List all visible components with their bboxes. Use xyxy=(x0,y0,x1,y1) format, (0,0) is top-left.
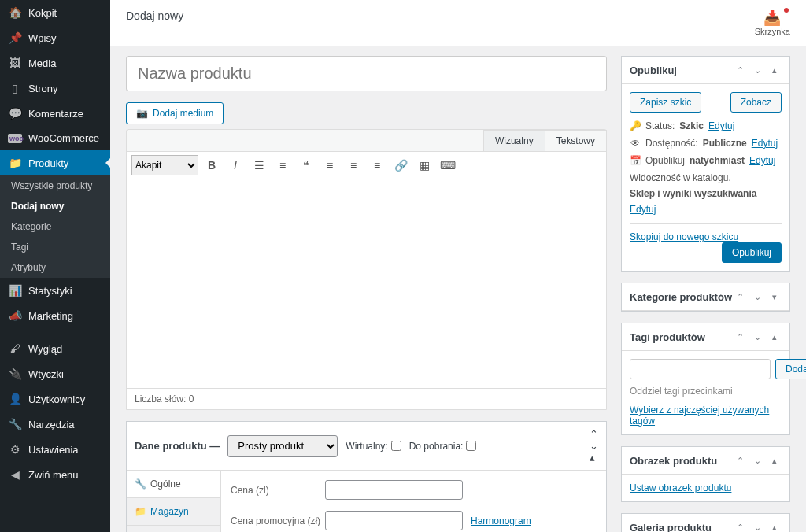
key-icon: 🔑 xyxy=(630,120,641,131)
format-select[interactable]: Akapit xyxy=(131,155,198,175)
gallery-title: Galeria produktu xyxy=(630,522,712,533)
chevron-down-icon[interactable]: ⌄ xyxy=(750,63,764,77)
sidebar-item-woocommerce[interactable]: wooWooCommerce xyxy=(0,126,110,150)
submenu-add-new[interactable]: Dodaj nowy xyxy=(0,196,110,216)
caret-up-icon[interactable]: ▴ xyxy=(767,63,782,77)
chevron-down-icon[interactable]: ⌄ xyxy=(750,453,764,467)
caret-up-icon[interactable]: ▴ xyxy=(767,453,782,467)
add-media-button[interactable]: 📷 Dodaj medium xyxy=(126,102,224,124)
choose-tags-link[interactable]: Wybierz z najczęściej używanych tagów xyxy=(630,405,769,427)
chevron-up-icon[interactable]: ⌃ xyxy=(733,330,747,344)
sidebar-item-marketing[interactable]: 📣Marketing xyxy=(0,303,110,328)
product-tab-inventory[interactable]: 📁Magazyn xyxy=(127,498,220,526)
product-data-postbox: Dane produktu — Prosty produkt Wirtualny… xyxy=(126,421,607,532)
sidebar-item-tools[interactable]: 🔧Narzędzia xyxy=(0,412,110,437)
sidebar-item-dashboard[interactable]: 🏠Kokpit xyxy=(0,0,110,25)
edit-date-link[interactable]: Edytuj xyxy=(749,155,775,166)
link-button[interactable]: 🔗 xyxy=(390,155,411,175)
price-input[interactable] xyxy=(325,480,463,500)
sidebar-item-pages[interactable]: ▯Strony xyxy=(0,76,110,101)
bold-button[interactable]: B xyxy=(202,155,222,175)
page-title: Dodaj nowy xyxy=(126,9,183,22)
sidebar-item-media[interactable]: 🖼Media xyxy=(0,50,110,76)
sidebar-item-posts[interactable]: 📌Wpisy xyxy=(0,25,110,50)
publish-button[interactable]: Opublikuj xyxy=(722,242,782,263)
submenu-categories[interactable]: Kategorie xyxy=(0,216,110,237)
sidebar-item-stats[interactable]: 📊Statystyki xyxy=(0,278,110,303)
tab-visual[interactable]: Wizualny xyxy=(483,130,545,151)
italic-button[interactable]: I xyxy=(225,155,246,175)
chevron-up-icon[interactable]: ⌃ xyxy=(733,63,747,77)
edit-catalog-link[interactable]: Edytuj xyxy=(630,204,656,215)
submenu-tags[interactable]: Tagi xyxy=(0,237,110,257)
sale-price-input[interactable] xyxy=(325,511,463,530)
word-count: Liczba słów: 0 xyxy=(127,388,606,409)
caret-down-icon[interactable]: ▾ xyxy=(767,290,782,304)
more-button[interactable]: ▦ xyxy=(414,155,434,175)
camera-icon: 📷 xyxy=(136,108,148,119)
edit-visibility-link[interactable]: Edytuj xyxy=(752,138,778,149)
downloadable-checkbox[interactable] xyxy=(466,441,476,451)
sidebar-item-users[interactable]: 👤Użytkownicy xyxy=(0,386,110,412)
submenu-attributes[interactable]: Atrybuty xyxy=(0,257,110,278)
chevron-up-icon[interactable]: ⌃ xyxy=(733,520,747,532)
caret-up-icon[interactable]: ▴ xyxy=(767,520,782,532)
copy-to-draft-link[interactable]: Skopiuj do nowego szkicu xyxy=(630,231,738,242)
preview-button[interactable]: Zobacz xyxy=(730,92,782,113)
edit-status-link[interactable]: Edytuj xyxy=(708,120,734,131)
chevron-down-icon[interactable]: ⌄ xyxy=(750,520,764,532)
wrench-icon: 🔧 xyxy=(8,418,22,430)
folder-icon: 📁 xyxy=(8,157,22,169)
editor-textarea[interactable] xyxy=(127,179,606,388)
products-submenu: Wszystkie produkty Dodaj nowy Kategorie … xyxy=(0,175,110,278)
sidebar-item-comments[interactable]: 💬Komentarze xyxy=(0,101,110,126)
virtual-checkbox-label: Wirtualny: xyxy=(346,441,401,452)
admin-sidebar: 🏠Kokpit 📌Wpisy 🖼Media ▯Strony 💬Komentarz… xyxy=(0,0,110,532)
chevron-up-icon[interactable]: ⌃ xyxy=(590,428,598,440)
tag-input[interactable] xyxy=(630,359,771,379)
number-list-button[interactable]: ≡ xyxy=(272,155,293,175)
toolbar-toggle-button[interactable]: ⌨ xyxy=(438,155,458,175)
align-center-button[interactable]: ≡ xyxy=(343,155,364,175)
tab-text[interactable]: Tekstowy xyxy=(545,130,607,151)
align-left-button[interactable]: ≡ xyxy=(320,155,340,175)
save-draft-button[interactable]: Zapisz szkic xyxy=(630,92,701,113)
product-type-select[interactable]: Prosty produkt xyxy=(227,435,338,457)
product-tab-general[interactable]: 🔧Ogólne xyxy=(127,471,220,498)
calendar-icon: 📅 xyxy=(630,155,641,166)
sidebar-item-plugins[interactable]: 🔌Wtyczki xyxy=(0,361,110,386)
product-tab-shipping[interactable]: 🚚Wysyłka xyxy=(127,526,220,532)
dashboard-icon: 🏠 xyxy=(8,6,22,19)
categories-postbox: Kategorie produktów ⌃ ⌄ ▾ xyxy=(621,283,790,312)
sidebar-item-appearance[interactable]: 🖌Wygląd xyxy=(0,336,110,361)
schedule-link[interactable]: Harmonogram xyxy=(471,515,531,526)
bullet-list-button[interactable]: ☰ xyxy=(249,155,269,175)
quote-button[interactable]: ❝ xyxy=(296,155,316,175)
page-icon: ▯ xyxy=(8,82,22,94)
caret-up-icon[interactable]: ▴ xyxy=(590,452,598,464)
virtual-checkbox[interactable] xyxy=(391,441,401,451)
chevron-down-icon[interactable]: ⌄ xyxy=(590,440,598,452)
caret-up-icon[interactable]: ▴ xyxy=(767,330,782,344)
sidebar-item-collapse[interactable]: ◀Zwiń menu xyxy=(0,462,110,487)
chevron-up-icon[interactable]: ⌃ xyxy=(733,453,747,467)
product-title-input[interactable] xyxy=(126,56,607,91)
settings-icon: ⚙ xyxy=(8,443,22,456)
align-right-button[interactable]: ≡ xyxy=(367,155,387,175)
chevron-down-icon[interactable]: ⌄ xyxy=(750,330,764,344)
sidebar-item-products[interactable]: 📁Produkty xyxy=(0,150,110,175)
set-image-link[interactable]: Ustaw obrazek produktu xyxy=(630,482,731,493)
inbox-icon: 📥 xyxy=(755,9,790,27)
media-icon: 🖼 xyxy=(8,57,22,69)
tags-hint: Oddziel tagi przecinkami xyxy=(630,386,782,397)
publish-title: Opublikuj xyxy=(630,65,677,76)
price-label: Cena (zł) xyxy=(231,485,325,496)
publish-postbox: Opublikuj ⌃ ⌄ ▴ Zapisz szkic Zobacz 🔑Sta… xyxy=(621,56,790,272)
sidebar-item-settings[interactable]: ⚙Ustawienia xyxy=(0,437,110,462)
product-data-title: Dane produktu — xyxy=(135,440,220,452)
add-tag-button[interactable]: Dodaj xyxy=(775,359,806,379)
inbox-button[interactable]: 📥 Skrzynka xyxy=(755,9,790,36)
chevron-down-icon[interactable]: ⌄ xyxy=(750,290,764,304)
submenu-all-products[interactable]: Wszystkie produkty xyxy=(0,175,110,196)
chevron-up-icon[interactable]: ⌃ xyxy=(733,290,747,304)
